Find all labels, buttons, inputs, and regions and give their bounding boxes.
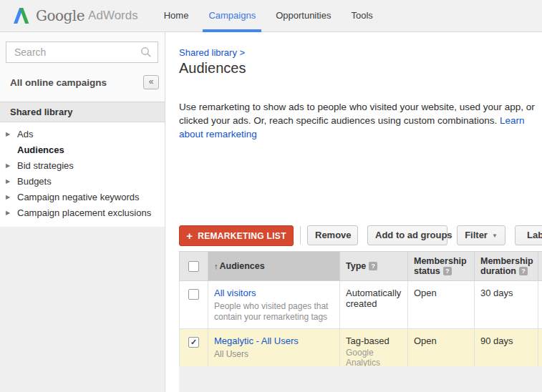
intro-body: Use remarketing to show ads to people wh… — [179, 102, 535, 126]
audience-name-link[interactable]: Megalytic - All Users — [214, 335, 299, 346]
chevron-right-icon: ▶ — [6, 190, 10, 205]
sidebar: All online campaigns « Shared library ▶ … — [0, 32, 165, 392]
sidebar-item-label: Audiences — [17, 144, 64, 155]
sidebar-item-label: Ads — [17, 129, 33, 139]
toolbar-divider — [300, 226, 301, 245]
sidebar-section-shared-library[interactable]: Shared library — [0, 102, 165, 122]
audience-cell: All visitors People who visited pages th… — [208, 281, 340, 329]
sort-ascending-icon: ↑ — [214, 262, 218, 270]
type-source: Google Analytics — [346, 348, 402, 368]
add-to-ad-groups-button[interactable]: Add to ad groups — [367, 225, 447, 245]
row-checkbox-checked[interactable]: ✓ — [188, 337, 199, 348]
audience-name-link[interactable]: All visitors — [214, 288, 256, 298]
sidebar-item-label: Campaign negative keywords — [17, 192, 140, 202]
sidebar-item-ads[interactable]: ▶ Ads — [0, 127, 165, 142]
breadcrumb-separator: > — [240, 47, 246, 58]
type-cell: Tag-based Google Analytics — [340, 329, 408, 371]
search-icon — [140, 46, 152, 58]
breadcrumb-shared-library-link[interactable]: Shared library — [179, 47, 237, 58]
toolbar: +REMARKETING LIST Remove Add to ad group… — [179, 225, 542, 246]
type-value: Tag-based — [346, 335, 389, 346]
tab-campaigns[interactable]: Campaigns — [203, 0, 261, 32]
select-all-header-cell — [180, 252, 208, 281]
sidebar-item-label: Budgets — [17, 176, 52, 187]
column-header-audiences[interactable]: ↑Audiences — [208, 252, 340, 281]
top-bar: Google AdWords Home Campaigns Opportunit… — [0, 0, 542, 32]
audience-cell: Megalytic - All Users All Users — [208, 329, 340, 371]
audiences-table: ↑Audiences Type? Membership status? Memb… — [179, 251, 542, 371]
plus-icon: + — [186, 230, 193, 242]
all-campaigns-row: All online campaigns « — [10, 75, 159, 89]
sidebar-item-campaign-placement-exclusions[interactable]: ▶ Campaign placement exclusions — [0, 205, 165, 221]
all-campaigns-label[interactable]: All online campaigns — [10, 77, 107, 88]
chevron-right-icon: ▶ — [6, 205, 10, 221]
chevron-down-icon: ▼ — [492, 232, 498, 239]
logo-adwords-text: AdWords — [88, 9, 138, 23]
chevron-right-icon: ▶ — [6, 158, 10, 174]
membership-duration-cell: 30 days — [475, 281, 538, 329]
help-icon[interactable]: ? — [443, 267, 452, 275]
sidebar-search — [6, 41, 158, 63]
column-label: Type — [346, 261, 366, 271]
audience-description: All Users — [214, 349, 334, 360]
row-checkbox-cell: ✓ — [180, 329, 208, 371]
row-checkbox[interactable] — [188, 289, 199, 300]
logo-google-text: Google — [36, 7, 84, 24]
collapse-sidebar-button[interactable]: « — [143, 75, 159, 89]
tab-tools[interactable]: Tools — [345, 0, 378, 32]
shared-library-tree: ▶ Ads Audiences ▶ Bid strategies ▶ Budge… — [0, 122, 165, 227]
sidebar-item-bid-strategies[interactable]: ▶ Bid strategies — [0, 158, 165, 174]
membership-status-cell: Open — [408, 281, 475, 329]
active-tab-underline — [203, 29, 261, 32]
help-icon[interactable]: ? — [519, 267, 528, 275]
main-content: Shared library > Audiences Use remarketi… — [165, 32, 542, 392]
sidebar-item-label: Bid strategies — [17, 160, 74, 171]
type-cell: Automatically created — [340, 281, 408, 329]
collapse-icon: « — [149, 77, 154, 87]
chevron-right-icon: ▶ — [6, 174, 10, 190]
column-header-membership-duration[interactable]: Membership duration? — [475, 252, 538, 281]
labels-button[interactable]: Labels — [515, 225, 542, 245]
intro-text: Use remarketing to show ads to people wh… — [179, 100, 541, 141]
row-checkbox-cell — [180, 281, 208, 329]
tab-campaigns-label: Campaigns — [208, 10, 256, 21]
tab-opportunities[interactable]: Opportunities — [270, 0, 337, 32]
membership-status-cell: Open — [408, 329, 475, 371]
filter-label: Filter — [465, 230, 488, 240]
table-row: All visitors People who visited pages th… — [180, 281, 542, 329]
tab-home[interactable]: Home — [158, 0, 195, 32]
help-icon[interactable]: ? — [369, 262, 377, 270]
type-value: Automatically created — [346, 288, 401, 309]
clipped-cell — [538, 281, 542, 329]
table-header-row: ↑Audiences Type? Membership status? Memb… — [180, 252, 542, 281]
new-remarketing-list-button[interactable]: +REMARKETING LIST — [179, 225, 294, 246]
new-remarketing-list-label: REMARKETING LIST — [198, 231, 286, 241]
audience-description: People who visited pages that contain yo… — [214, 301, 334, 323]
search-input[interactable] — [6, 41, 158, 63]
chevron-right-icon: ▶ — [6, 127, 10, 142]
column-header-membership-status[interactable]: Membership status? — [408, 252, 475, 281]
sidebar-filler — [0, 227, 165, 392]
remove-button[interactable]: Remove — [307, 225, 358, 245]
sidebar-item-campaign-negative-keywords[interactable]: ▶ Campaign negative keywords — [0, 190, 165, 205]
sidebar-item-label: Campaign placement exclusions — [17, 207, 151, 218]
clipped-cell — [538, 329, 542, 371]
page-title: Audiences — [179, 60, 542, 77]
column-label: Membership status — [414, 256, 467, 276]
breadcrumb: Shared library > — [179, 47, 542, 58]
table-footer-band — [179, 366, 542, 392]
select-all-checkbox[interactable] — [188, 261, 199, 272]
filter-button[interactable]: Filter▼ — [457, 225, 505, 245]
adwords-logo[interactable]: Google AdWords — [12, 7, 138, 24]
column-header-type[interactable]: Type? — [340, 252, 408, 281]
membership-duration-cell: 90 days — [475, 329, 538, 371]
sidebar-item-audiences[interactable]: Audiences — [0, 142, 165, 158]
column-header-clipped — [538, 252, 542, 281]
main-nav: Home Campaigns Opportunities Tools — [158, 0, 387, 32]
adwords-a-icon — [12, 8, 30, 24]
sidebar-item-budgets[interactable]: ▶ Budgets — [0, 174, 165, 190]
column-label: Audiences — [220, 261, 265, 271]
table-row-selected: ✓ Megalytic - All Users All Users Tag-ba… — [180, 329, 542, 371]
check-icon: ✓ — [190, 338, 197, 346]
